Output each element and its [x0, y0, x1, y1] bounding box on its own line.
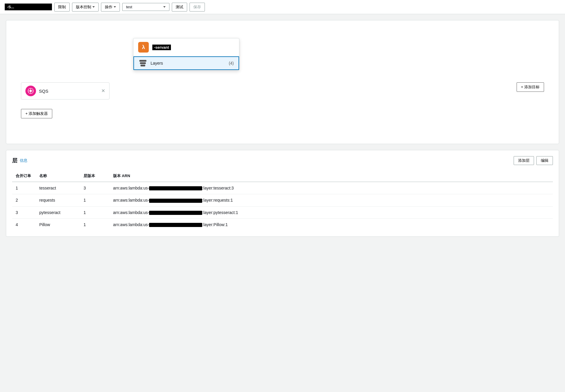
- cell-version: 3: [80, 182, 110, 194]
- version-control-label: 版本控制: [76, 4, 91, 10]
- cell-order: 4: [12, 218, 36, 231]
- env-select-value: test: [126, 5, 161, 9]
- cell-arn: arn:aws:lambda:us-:layer:tesseract:3: [110, 182, 553, 194]
- arn-redacted: [149, 211, 202, 215]
- cell-arn: arn:aws:lambda:us-:layer:pytesseract:1: [110, 206, 553, 218]
- sqs-close-button[interactable]: ✕: [101, 89, 105, 93]
- table-row: 4Pillow1arn:aws:lambda:us-:layer:Pillow:…: [12, 218, 553, 231]
- diagram-card: λ -servant Layers (4): [6, 20, 559, 144]
- main-content: λ -servant Layers (4): [0, 14, 565, 243]
- edit-layer-button[interactable]: 编辑: [536, 156, 553, 165]
- arn-suffix: :layer:Pillow:1: [202, 222, 228, 227]
- layer-bar-2: [140, 62, 146, 64]
- sqs-label: SQS: [39, 89, 98, 94]
- arn-prefix: arn:aws:lambda:us-: [113, 222, 149, 227]
- action-chevron-icon: [114, 6, 116, 8]
- version-chevron-icon: [92, 6, 95, 8]
- function-name: -servant: [152, 45, 171, 50]
- add-layer-button[interactable]: 添加层: [514, 156, 534, 165]
- env-select[interactable]: test: [122, 3, 169, 11]
- cell-name: requests: [36, 194, 80, 206]
- arn-suffix: :layer:tesseract:3: [202, 186, 234, 190]
- cell-version: 1: [80, 218, 110, 231]
- lambda-icon: λ: [138, 42, 149, 53]
- layer-bar-3: [141, 65, 145, 66]
- add-trigger-button[interactable]: + 添加触发器: [21, 109, 52, 118]
- arn-redacted: [149, 199, 202, 203]
- cell-order: 3: [12, 206, 36, 218]
- env-chevron-icon: [163, 6, 166, 8]
- action-button[interactable]: 操作: [101, 3, 120, 12]
- test-button[interactable]: 测试: [172, 3, 187, 12]
- arn-prefix: arn:aws:lambda:us-: [113, 198, 149, 202]
- cell-version: 1: [80, 206, 110, 218]
- col-header-version: 层版本: [80, 171, 110, 182]
- layers-card-title: 层: [12, 157, 17, 164]
- sqs-trigger-block: SQS ✕: [21, 82, 110, 99]
- arn-prefix: arn:aws:lambda:us-: [113, 210, 149, 215]
- layer-bar-1: [139, 60, 146, 62]
- cell-name: pytesseract: [36, 206, 80, 218]
- arn-redacted: [149, 186, 202, 190]
- layers-card: 层 信息 添加层 编辑 合并订单 名称 层版本 版本 ARN 1tesserac…: [6, 150, 559, 237]
- cell-version: 1: [80, 194, 110, 206]
- cell-order: 1: [12, 182, 36, 194]
- toolbar: -S... 限制 版本控制 操作 test 测试 保存: [0, 0, 565, 14]
- card-header: 层 信息 添加层 编辑: [12, 156, 553, 165]
- layers-count-badge: (4): [229, 61, 234, 66]
- limit-button[interactable]: 限制: [54, 3, 70, 12]
- cell-name: Pillow: [36, 218, 80, 231]
- table-row: 2requests1arn:aws:lambda:us-:layer:reque…: [12, 194, 553, 206]
- version-control-button[interactable]: 版本控制: [72, 3, 99, 12]
- arn-redacted: [149, 223, 202, 227]
- action-label: 操作: [105, 4, 112, 10]
- save-button[interactable]: 保存: [190, 3, 205, 12]
- cell-order: 2: [12, 194, 36, 206]
- table-header-row: 合并订单 名称 层版本 版本 ARN: [12, 171, 553, 182]
- sqs-svg: [27, 88, 34, 94]
- table-row: 1tesseract3arn:aws:lambda:us-:layer:tess…: [12, 182, 553, 194]
- arn-suffix: :layer:requests:1: [202, 198, 233, 202]
- dropdown-header: λ -servant: [133, 38, 239, 56]
- layers-menu-item[interactable]: Layers (4): [133, 56, 239, 70]
- function-dropdown: λ -servant Layers (4): [133, 38, 239, 70]
- col-header-arn: 版本 ARN: [110, 171, 553, 182]
- table-row: 3pytesseract1arn:aws:lambda:us-:layer:py…: [12, 206, 553, 218]
- card-actions: 添加层 编辑: [514, 156, 553, 165]
- layers-table: 合并订单 名称 层版本 版本 ARN 1tesseract3arn:aws:la…: [12, 171, 553, 231]
- layers-menu-label: Layers: [151, 61, 225, 66]
- sqs-icon: [25, 86, 36, 96]
- col-header-name: 名称: [36, 171, 80, 182]
- col-header-order: 合并订单: [12, 171, 36, 182]
- add-target-button[interactable]: + 添加目标: [517, 82, 544, 92]
- function-title: -S...: [5, 4, 52, 10]
- arn-suffix: :layer:pytesseract:1: [202, 210, 238, 215]
- arn-prefix: arn:aws:lambda:us-: [113, 186, 149, 190]
- card-title-group: 层 信息: [12, 157, 27, 164]
- svg-point-1: [30, 90, 32, 92]
- cell-arn: arn:aws:lambda:us-:layer:Pillow:1: [110, 218, 553, 231]
- cell-arn: arn:aws:lambda:us-:layer:requests:1: [110, 194, 553, 206]
- info-link[interactable]: 信息: [20, 158, 27, 163]
- cell-name: tesseract: [36, 182, 80, 194]
- layers-stack-icon: [139, 60, 147, 66]
